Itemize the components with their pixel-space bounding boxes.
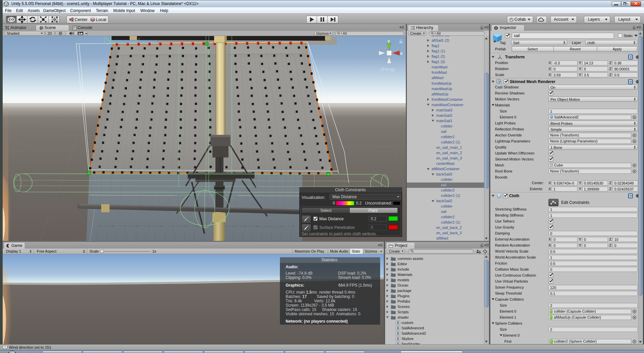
svg-text:x: x	[400, 51, 403, 56]
svg-text:⟨Persp: ⟨Persp	[380, 67, 394, 72]
svg-text:?: ?	[630, 56, 632, 59]
svg-text:S: S	[397, 337, 399, 341]
svg-text:S: S	[397, 331, 399, 335]
svg-text:y: y	[387, 38, 390, 43]
svg-text:?: ?	[630, 195, 632, 198]
svg-text:S: S	[397, 321, 399, 325]
svg-text:?: ?	[630, 80, 632, 84]
svg-text:S: S	[397, 326, 399, 330]
